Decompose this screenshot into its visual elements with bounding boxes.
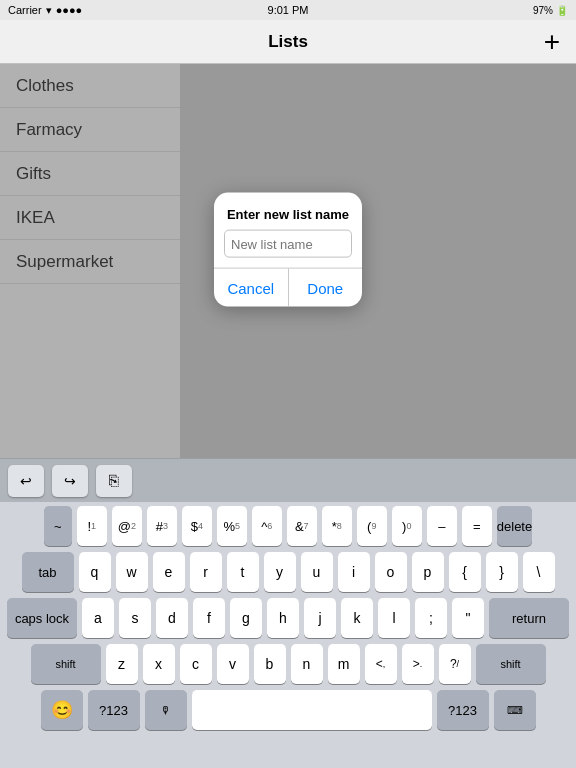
key-v[interactable]: v	[217, 644, 249, 684]
status-time: 9:01 PM	[268, 4, 309, 16]
key-l[interactable]: l	[378, 598, 410, 638]
key-shift-right[interactable]: shift	[476, 644, 546, 684]
key-d[interactable]: d	[156, 598, 188, 638]
key-f[interactable]: f	[193, 598, 225, 638]
key-j[interactable]: j	[304, 598, 336, 638]
key-gt[interactable]: >.	[402, 644, 434, 684]
key-5[interactable]: %5	[217, 506, 247, 546]
key-7[interactable]: &7	[287, 506, 317, 546]
key-y[interactable]: y	[264, 552, 296, 592]
key-lbracket[interactable]: {	[449, 552, 481, 592]
key-0[interactable]: )0	[392, 506, 422, 546]
key-x[interactable]: x	[143, 644, 175, 684]
key-question[interactable]: ?/	[439, 644, 471, 684]
key-u[interactable]: u	[301, 552, 333, 592]
paste-button[interactable]: ⎘	[96, 465, 132, 497]
key-o[interactable]: o	[375, 552, 407, 592]
nav-bar: Lists +	[0, 20, 576, 64]
key-b[interactable]: b	[254, 644, 286, 684]
key-g[interactable]: g	[230, 598, 262, 638]
dialog-title: Enter new list name	[214, 193, 362, 230]
key-a[interactable]: a	[82, 598, 114, 638]
key-m[interactable]: m	[328, 644, 360, 684]
key-k[interactable]: k	[341, 598, 373, 638]
nav-title: Lists	[268, 32, 308, 52]
status-carrier: Carrier ▾ ●●●●	[8, 4, 82, 17]
key-i[interactable]: i	[338, 552, 370, 592]
key-e[interactable]: e	[153, 552, 185, 592]
key-keyboard[interactable]: ⌨	[494, 690, 536, 730]
key-lt[interactable]: <,	[365, 644, 397, 684]
key-symbol-right[interactable]: ?123	[437, 690, 489, 730]
key-r[interactable]: r	[190, 552, 222, 592]
key-q[interactable]: q	[79, 552, 111, 592]
key-3[interactable]: #3	[147, 506, 177, 546]
keyboard-toolbar: ↩ ↪ ⎘	[0, 458, 576, 502]
new-list-name-input[interactable]	[224, 230, 352, 258]
key-symbol-left[interactable]: ?123	[88, 690, 140, 730]
key-tilde[interactable]: ~	[44, 506, 72, 546]
key-minus[interactable]: –	[427, 506, 457, 546]
key-c[interactable]: c	[180, 644, 212, 684]
key-s[interactable]: s	[119, 598, 151, 638]
key-microphone[interactable]: 🎙	[145, 690, 187, 730]
key-p[interactable]: p	[412, 552, 444, 592]
keyboard-rows: ~ !1 @2 #3 $4 %5 ^6 &7 *8 (9 )0 – = dele…	[0, 502, 576, 730]
keyboard-row-5: 😊 ?123 🎙 ?123 ⌨	[3, 690, 573, 730]
key-capslock[interactable]: caps lock	[7, 598, 77, 638]
key-return[interactable]: return	[489, 598, 569, 638]
key-6[interactable]: ^6	[252, 506, 282, 546]
keyboard-area: ↩ ↪ ⎘ ~ !1 @2 #3 $4 %5 ^6 &7 *8 (9 )0 – …	[0, 458, 576, 768]
key-space[interactable]	[192, 690, 432, 730]
undo-button[interactable]: ↩	[8, 465, 44, 497]
key-9[interactable]: (9	[357, 506, 387, 546]
key-rbracket[interactable]: }	[486, 552, 518, 592]
key-n[interactable]: n	[291, 644, 323, 684]
key-z[interactable]: z	[106, 644, 138, 684]
dialog-cancel-button[interactable]: Cancel	[214, 269, 289, 307]
key-w[interactable]: w	[116, 552, 148, 592]
delete-key[interactable]: delete	[497, 506, 532, 546]
dialog-done-button[interactable]: Done	[289, 269, 363, 307]
content-area: Clothes Farmacy Gifts IKEA Supermarket E…	[0, 64, 576, 458]
keyboard-row-1: ~ !1 @2 #3 $4 %5 ^6 &7 *8 (9 )0 – = dele…	[3, 506, 573, 546]
key-emoji[interactable]: 😊	[41, 690, 83, 730]
key-h[interactable]: h	[267, 598, 299, 638]
key-shift-left[interactable]: shift	[31, 644, 101, 684]
keyboard-row-3: caps lock a s d f g h j k l ; " return	[3, 598, 573, 638]
dialog-input-wrap	[214, 230, 362, 268]
redo-button[interactable]: ↪	[52, 465, 88, 497]
key-4[interactable]: $4	[182, 506, 212, 546]
status-battery: 97% 🔋	[533, 5, 568, 16]
key-8[interactable]: *8	[322, 506, 352, 546]
key-2[interactable]: @2	[112, 506, 142, 546]
dialog-buttons: Cancel Done	[214, 268, 362, 307]
key-tab[interactable]: tab	[22, 552, 74, 592]
key-semicolon[interactable]: ;	[415, 598, 447, 638]
add-list-button[interactable]: +	[544, 28, 560, 56]
key-quote[interactable]: "	[452, 598, 484, 638]
keyboard-row-2: tab q w e r t y u i o p { } \	[3, 552, 573, 592]
key-equals[interactable]: =	[462, 506, 492, 546]
key-t[interactable]: t	[227, 552, 259, 592]
status-bar: Carrier ▾ ●●●● 9:01 PM 97% 🔋	[0, 0, 576, 20]
new-list-dialog: Enter new list name Cancel Done	[214, 193, 362, 307]
keyboard-row-4: shift z x c v b n m <, >. ?/ shift	[3, 644, 573, 684]
key-1[interactable]: !1	[77, 506, 107, 546]
key-backslash[interactable]: \	[523, 552, 555, 592]
